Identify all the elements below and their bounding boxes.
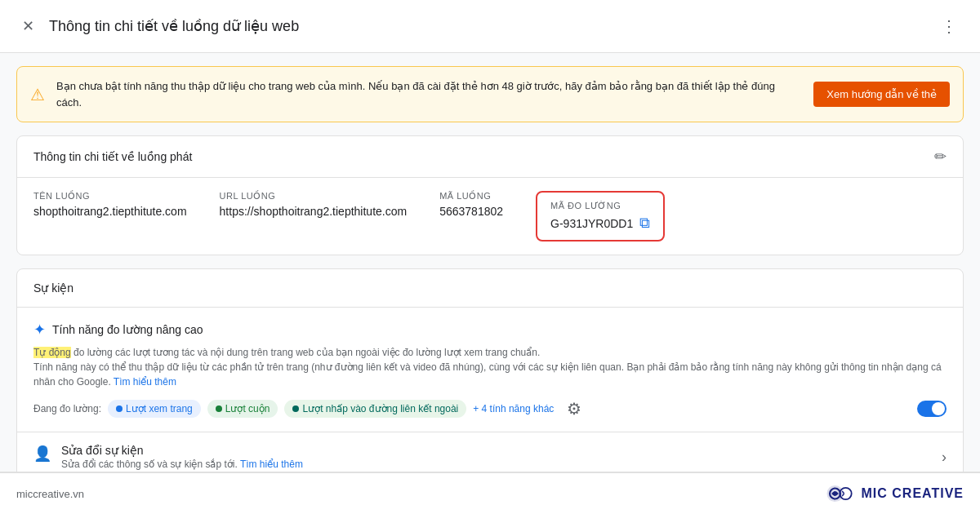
url-luong-value: https://shopthoitrang2.tiepthitute.com xyxy=(220,205,408,218)
stream-section: Thông tin chi tiết về luồng phát ✏ TÊN L… xyxy=(16,135,964,255)
dot-blue xyxy=(116,405,122,412)
more-features-link[interactable]: + 4 tính năng khác xyxy=(473,403,554,414)
warning-text: Bạn chưa bật tính năng thu thập dữ liệu … xyxy=(56,78,802,110)
enhanced-title-row: ✦ Tính năng đo lường nâng cao xyxy=(33,321,947,339)
close-icon: ✕ xyxy=(22,17,34,35)
copy-icon: ⧉ xyxy=(639,215,650,231)
toggle-switch[interactable] xyxy=(917,401,947,417)
chip-scroll-label: Lượt cuộn xyxy=(225,403,270,414)
edit-icon[interactable]: ✏ xyxy=(934,148,947,166)
event-info-edit: Sửa đổi sự kiện Sửa đổi các thông số và … xyxy=(61,444,303,470)
ma-do-luong-value: G-931JYR0DD1 xyxy=(550,217,633,230)
close-button[interactable]: ✕ xyxy=(16,15,39,38)
event-left-edit: 👤 Sửa đổi sự kiện Sửa đổi các thông số v… xyxy=(33,444,303,470)
chip-outbound: Lượt nhấp vào đường liên kết ngoài xyxy=(284,400,466,418)
header-left: ✕ Thông tin chi tiết về luồng dữ liệu we… xyxy=(16,15,299,38)
highlight-span: Tự động xyxy=(33,347,71,358)
dot-teal xyxy=(292,405,299,412)
measuring-label: Đang đo lường: xyxy=(33,403,101,414)
footer-brand: MIC CREATIVE xyxy=(826,484,964,503)
ten-luong-col: TÊN LUỒNG shopthoitrang2.tiepthitute.com xyxy=(33,191,187,241)
ten-luong-value: shopthoitrang2.tiepthitute.com xyxy=(33,205,187,218)
page-title: Thông tin chi tiết về luồng dữ liệu web xyxy=(49,17,299,35)
dot-green xyxy=(216,405,222,412)
more-icon: ⋮ xyxy=(941,16,957,36)
url-luong-col: URL LUỒNG https://shopthoitrang2.tiepthi… xyxy=(220,191,408,241)
settings-icon[interactable]: ⚙ xyxy=(567,399,581,419)
ma-luong-label: MÃ LUỒNG xyxy=(439,191,503,202)
copy-button[interactable]: ⧉ xyxy=(639,215,650,232)
ma-luong-col: MÃ LUỒNG 5663781802 xyxy=(439,191,503,241)
events-title: Sự kiện xyxy=(33,281,74,295)
ten-luong-label: TÊN LUỒNG xyxy=(33,191,187,202)
footer-url: miccreative.vn xyxy=(16,488,84,500)
warning-banner: ⚠ Bạn chưa bật tính năng thu thập dữ liệ… xyxy=(16,66,964,122)
measuring-row: Đang đo lường: Lượt xem trang Lượt cuộn … xyxy=(33,399,581,419)
learn-more-link-enhanced[interactable]: Tìm hiểu thêm xyxy=(114,376,176,388)
measuring-content: Đang đo lường: Lượt xem trang Lượt cuộn … xyxy=(33,399,947,419)
enhanced-desc: Tự động đo lường các lượt tương tác và n… xyxy=(33,345,947,389)
events-header: Sự kiện xyxy=(17,269,963,308)
enhanced-row: ✦ Tính năng đo lường nâng cao Tự động đo… xyxy=(17,308,963,432)
learn-more-link-edit[interactable]: Tìm hiểu thêm xyxy=(240,459,303,470)
chip-scroll: Lượt cuộn xyxy=(207,400,278,418)
event-title-edit: Sửa đổi sự kiện xyxy=(61,444,303,457)
stream-section-header: Thông tin chi tiết về luồng phát ✏ xyxy=(17,136,963,178)
events-section: Sự kiện ✦ Tính năng đo lường nâng cao Tự… xyxy=(16,268,964,478)
enhanced-icon: ✦ xyxy=(33,321,46,339)
stream-info: TÊN LUỒNG shopthoitrang2.tiepthitute.com… xyxy=(17,178,963,255)
warning-button[interactable]: Xem hướng dẫn về thẻ xyxy=(813,82,950,107)
ma-do-luong-label: MÃ ĐO LƯỜNG xyxy=(550,201,650,211)
brand-logo-icon xyxy=(826,484,855,503)
ma-do-luong-col: MÃ ĐO LƯỜNG G-931JYR0DD1 ⧉ xyxy=(536,191,665,241)
footer: miccreative.vn MIC CREATIVE xyxy=(0,472,980,514)
header: ✕ Thông tin chi tiết về luồng dữ liệu we… xyxy=(0,0,980,53)
toggle-knob xyxy=(932,402,945,415)
ma-luong-value: 5663781802 xyxy=(439,205,503,218)
event-desc-edit: Sửa đổi các thông số và sự kiện sắp tới.… xyxy=(61,459,303,470)
chip-outbound-label: Lượt nhấp vào đường liên kết ngoài xyxy=(302,403,458,414)
warning-icon: ⚠ xyxy=(30,85,45,104)
person-icon: 👤 xyxy=(33,445,51,463)
chip-page-view-label: Lượt xem trang xyxy=(126,403,193,414)
main-content: ⚠ Bạn chưa bật tính năng thu thập dữ liệ… xyxy=(0,53,980,478)
more-button[interactable]: ⋮ xyxy=(934,11,964,41)
measure-value-row: G-931JYR0DD1 ⧉ xyxy=(550,215,650,232)
stream-section-title: Thông tin chi tiết về luồng phát xyxy=(33,150,192,163)
enhanced-title: Tính năng đo lường nâng cao xyxy=(52,323,203,336)
url-luong-label: URL LUỒNG xyxy=(220,191,408,202)
chip-page-view: Lượt xem trang xyxy=(108,400,201,418)
chevron-icon-edit: › xyxy=(942,449,947,466)
brand-name-text: MIC CREATIVE xyxy=(862,486,964,501)
